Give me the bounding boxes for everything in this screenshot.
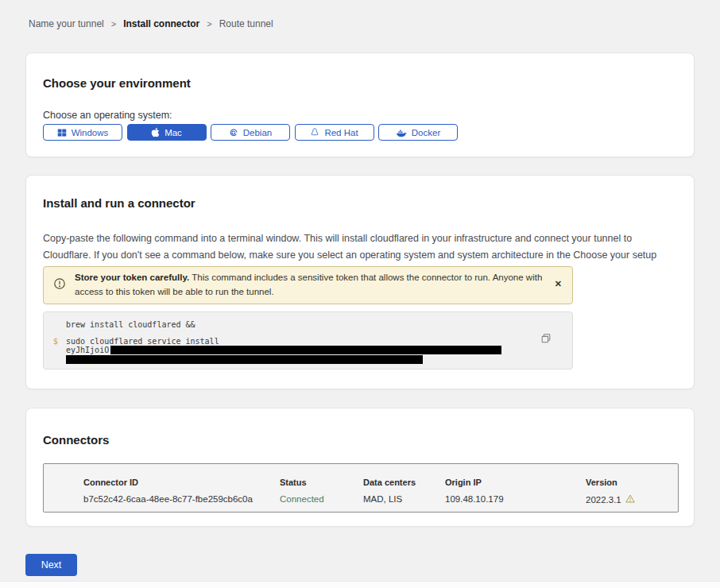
os-select-label: Choose an operating system: — [43, 110, 172, 121]
os-button-windows[interactable]: Windows — [43, 124, 122, 141]
column-header-status: Status — [280, 478, 307, 487]
breadcrumb-separator: > — [207, 19, 211, 29]
choose-environment-title: Choose your environment — [43, 76, 191, 90]
os-button-mac[interactable]: Mac — [127, 124, 207, 141]
docker-whale-icon — [396, 128, 407, 137]
token-warning-text: Store your token carefully. This command… — [75, 271, 545, 300]
code-line-brew: brew install cloudflared && — [66, 320, 195, 329]
windows-logo-icon — [57, 128, 67, 137]
code-line-sudo: sudo cloudflared service install — [66, 337, 219, 346]
install-command-codeblock: brew install cloudflared && $ sudo cloud… — [43, 311, 573, 369]
connector-id-value: b7c52c42-6caa-48ee-8c77-fbe259cb6c0a — [83, 494, 253, 504]
connectors-card: Connectors Connector ID Status Data cent… — [25, 408, 695, 527]
column-header-version: Version — [586, 478, 617, 487]
connector-data-centers-value: MAD, LIS — [363, 494, 402, 504]
column-header-connector-id: Connector ID — [83, 478, 138, 487]
install-connector-card: Install and run a connector Copy-paste t… — [25, 175, 695, 389]
os-button-label: Mac — [165, 128, 182, 137]
os-button-label: Red Hat — [324, 128, 358, 137]
connector-version-cell: 2022.3.1 — [586, 494, 635, 505]
connectors-table: Connector ID Status Data centers Origin … — [43, 463, 679, 513]
next-button[interactable]: Next — [25, 554, 77, 576]
os-button-redhat[interactable]: Red Hat — [295, 124, 374, 141]
connector-version-value: 2022.3.1 — [586, 495, 621, 505]
install-connector-title: Install and run a connector — [43, 196, 195, 210]
column-header-origin-ip: Origin IP — [445, 478, 482, 487]
os-button-debian[interactable]: Debian — [211, 124, 290, 141]
shell-prompt: $ — [53, 337, 58, 346]
apple-logo-icon — [151, 127, 160, 137]
os-button-label: Docker — [412, 128, 440, 137]
token-prefix: eyJhIjoiO — [66, 346, 109, 354]
breadcrumb-separator: > — [111, 19, 116, 29]
redhat-linux-icon — [310, 127, 319, 137]
code-line-token: eyJhIjoiO — [66, 346, 501, 354]
breadcrumb-install-connector[interactable]: Install connector — [123, 18, 199, 29]
os-button-docker[interactable]: Docker — [378, 124, 458, 141]
debian-swirl-icon — [229, 128, 238, 137]
os-button-label: Windows — [72, 128, 109, 137]
breadcrumb: Name your tunnel > Install connector > R… — [29, 18, 273, 29]
column-header-data-centers: Data centers — [363, 478, 416, 487]
connector-origin-ip-value: 109.48.10.179 — [445, 494, 504, 504]
copy-command-icon[interactable] — [540, 333, 552, 346]
version-warning-icon — [625, 494, 635, 505]
redacted-token-bar — [110, 346, 501, 354]
os-button-group: Windows Mac Debian Red Hat Docker — [43, 124, 458, 141]
banner-close-icon[interactable]: ✕ — [555, 280, 562, 288]
connectors-title: Connectors — [43, 433, 109, 447]
token-warning-banner: Store your token carefully. This command… — [43, 266, 573, 304]
choose-environment-card: Choose your environment Choose an operat… — [25, 52, 695, 157]
info-circle-icon — [53, 277, 66, 293]
breadcrumb-route-tunnel[interactable]: Route tunnel — [219, 18, 273, 29]
scroll-container-edge — [0, 581, 720, 588]
os-button-label: Debian — [243, 128, 272, 137]
breadcrumb-name-your-tunnel[interactable]: Name your tunnel — [29, 18, 104, 29]
connector-status-value: Connected — [280, 494, 324, 504]
redacted-token-bar — [66, 355, 423, 364]
token-warning-bold: Store your token carefully. — [75, 273, 189, 282]
